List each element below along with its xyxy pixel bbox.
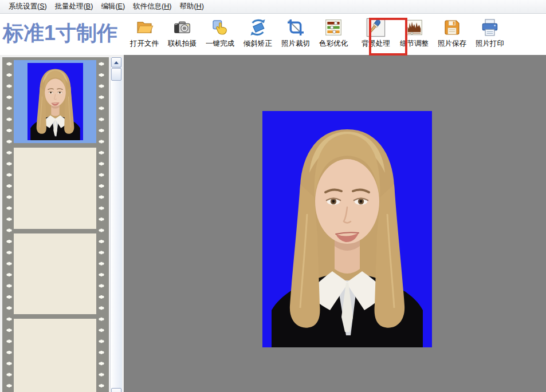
filmstrip-frame-selected[interactable] bbox=[14, 60, 96, 143]
tilt-correct-icon bbox=[248, 18, 268, 37]
toolbar-button-label: 联机拍摄 bbox=[168, 39, 197, 49]
open-file-icon bbox=[135, 18, 154, 37]
filmstrip-sprockets-right bbox=[97, 58, 106, 392]
scrollbar-thumb[interactable] bbox=[111, 68, 121, 81]
save-icon bbox=[442, 18, 462, 37]
menu-bar: 系统设置(S) 批量处理(B) 编辑(E) 软件信息(H) 帮助(H) bbox=[0, 0, 546, 14]
background-process-button[interactable]: 背景处理 bbox=[359, 18, 393, 49]
toolbar-button-label: 细节调整 bbox=[400, 39, 429, 49]
photo-thumbnail bbox=[28, 63, 83, 140]
tilt-correct-button[interactable]: 倾斜矫正 bbox=[239, 18, 277, 49]
toolbar-button-label: 照片保存 bbox=[438, 39, 466, 49]
photo-crop-button[interactable]: 照片裁切 bbox=[277, 18, 315, 49]
background-brush-icon bbox=[366, 18, 386, 37]
toolbar-button-label: 倾斜矫正 bbox=[243, 39, 272, 49]
content-area bbox=[0, 55, 546, 392]
one-click-icon bbox=[210, 18, 230, 37]
menu-item-software-info[interactable]: 软件信息(H) bbox=[129, 0, 175, 13]
sidebar-scrollbar[interactable] bbox=[110, 57, 122, 392]
filmstrip bbox=[2, 57, 109, 392]
detail-adjust-button[interactable]: 细节调整 bbox=[395, 18, 433, 49]
toolbar-button-label: 照片打印 bbox=[476, 39, 504, 49]
menu-item-help[interactable]: 帮助(H) bbox=[175, 0, 207, 13]
scrollbar-down-button[interactable] bbox=[111, 388, 121, 392]
scrollbar-up-button[interactable] bbox=[111, 57, 121, 68]
menu-item-system-settings[interactable]: 系统设置(S) bbox=[5, 0, 51, 13]
toolbar-button-label: 背景处理 bbox=[362, 39, 390, 49]
photo-save-button[interactable]: 照片保存 bbox=[433, 18, 471, 49]
filmstrip-sidebar bbox=[0, 55, 124, 392]
toolbar-button-label: 色彩优化 bbox=[319, 39, 348, 49]
portrait-photo bbox=[262, 111, 432, 347]
open-file-button[interactable]: 打开文件 bbox=[125, 18, 163, 49]
app-window: 系统设置(S) 批量处理(B) 编辑(E) 软件信息(H) 帮助(H) 标准1寸… bbox=[0, 0, 546, 392]
photo-print-button[interactable]: 照片打印 bbox=[471, 18, 509, 49]
camera-capture-button[interactable]: 联机拍摄 bbox=[163, 18, 201, 49]
page-title: 标准1寸制作 bbox=[3, 19, 117, 47]
filmstrip-frame-empty bbox=[14, 319, 96, 392]
histogram-icon bbox=[404, 18, 424, 37]
menu-item-batch-process[interactable]: 批量处理(B) bbox=[51, 0, 97, 13]
toolbar-button-label: 照片裁切 bbox=[281, 39, 310, 49]
filmstrip-frame-empty bbox=[14, 148, 96, 229]
color-optimize-button[interactable]: 色彩优化 bbox=[315, 18, 352, 49]
crop-icon bbox=[286, 18, 305, 37]
print-icon bbox=[480, 18, 500, 37]
one-click-finish-button[interactable]: 一键完成 bbox=[201, 18, 239, 49]
color-sliders-icon bbox=[324, 18, 343, 37]
toolbar-button-label: 打开文件 bbox=[130, 39, 159, 49]
filmstrip-sprockets-left bbox=[5, 58, 14, 392]
toolbar-button-label: 一键完成 bbox=[206, 39, 234, 49]
filmstrip-frame-empty bbox=[14, 233, 96, 314]
toolbar: 打开文件 联机拍摄 bbox=[125, 18, 509, 49]
header: 标准1寸制作 打开文件 bbox=[0, 14, 546, 55]
camera-icon bbox=[172, 18, 192, 37]
menu-item-edit[interactable]: 编辑(E) bbox=[97, 0, 129, 13]
editor-canvas bbox=[124, 55, 546, 392]
